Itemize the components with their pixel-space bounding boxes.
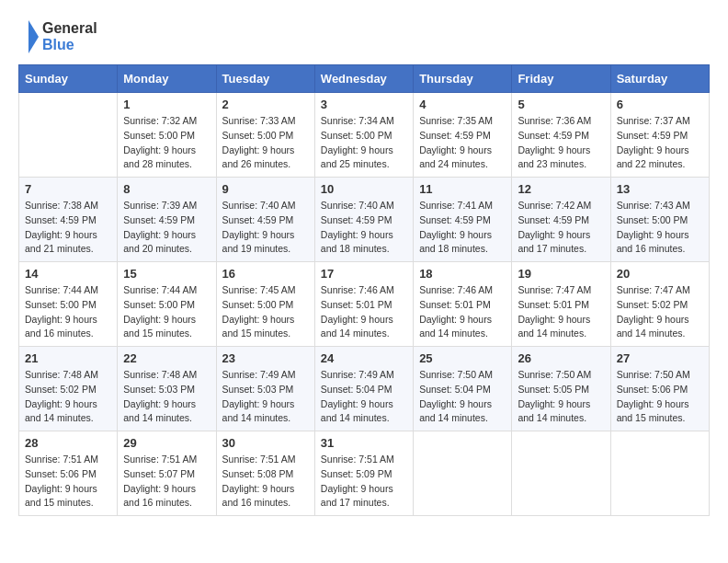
calendar-cell-3-2: 15Sunrise: 7:44 AMSunset: 5:00 PMDayligh…	[118, 262, 216, 347]
calendar-cell-1-2: 1Sunrise: 7:32 AMSunset: 5:00 PMDaylight…	[118, 93, 216, 178]
day-number: 13	[617, 182, 703, 196]
weekday-header-row: SundayMondayTuesdayWednesdayThursdayFrid…	[19, 65, 710, 93]
day-info: Sunrise: 7:39 AMSunset: 4:59 PMDaylight:…	[123, 199, 210, 257]
calendar-cell-1-4: 3Sunrise: 7:34 AMSunset: 5:00 PMDaylight…	[314, 93, 413, 178]
day-info: Sunrise: 7:50 AMSunset: 5:05 PMDaylight:…	[518, 368, 604, 426]
day-number: 18	[419, 267, 506, 281]
calendar-cell-4-3: 23Sunrise: 7:49 AMSunset: 5:03 PMDayligh…	[216, 347, 314, 431]
day-info: Sunrise: 7:51 AMSunset: 5:06 PMDaylight:…	[25, 453, 111, 511]
page-header: General Blue	[18, 18, 710, 55]
day-info: Sunrise: 7:50 AMSunset: 5:06 PMDaylight:…	[617, 368, 703, 426]
calendar-week-row-5: 28Sunrise: 7:51 AMSunset: 5:06 PMDayligh…	[19, 431, 710, 516]
calendar-cell-1-6: 5Sunrise: 7:36 AMSunset: 4:59 PMDaylight…	[512, 93, 610, 178]
day-info: Sunrise: 7:47 AMSunset: 5:02 PMDaylight:…	[617, 283, 703, 341]
calendar-cell-2-2: 8Sunrise: 7:39 AMSunset: 4:59 PMDaylight…	[118, 178, 216, 262]
day-number: 1	[123, 98, 210, 111]
day-number: 21	[25, 351, 111, 365]
day-info: Sunrise: 7:50 AMSunset: 5:04 PMDaylight:…	[419, 368, 506, 426]
day-number: 27	[617, 351, 703, 365]
day-info: Sunrise: 7:51 AMSunset: 5:07 PMDaylight:…	[123, 453, 210, 511]
calendar-cell-2-6: 12Sunrise: 7:42 AMSunset: 4:59 PMDayligh…	[512, 178, 610, 262]
calendar-cell-4-5: 25Sunrise: 7:50 AMSunset: 5:04 PMDayligh…	[414, 347, 512, 431]
calendar-cell-4-4: 24Sunrise: 7:49 AMSunset: 5:04 PMDayligh…	[314, 347, 413, 431]
day-number: 30	[222, 436, 309, 450]
calendar-cell-3-5: 18Sunrise: 7:46 AMSunset: 5:01 PMDayligh…	[414, 262, 512, 347]
day-info: Sunrise: 7:49 AMSunset: 5:04 PMDaylight:…	[321, 368, 407, 426]
calendar-cell-4-1: 21Sunrise: 7:48 AMSunset: 5:02 PMDayligh…	[19, 347, 118, 431]
logo: General Blue	[18, 18, 97, 55]
calendar-week-row-3: 14Sunrise: 7:44 AMSunset: 5:00 PMDayligh…	[19, 262, 710, 347]
day-number: 17	[321, 267, 407, 281]
day-info: Sunrise: 7:51 AMSunset: 5:08 PMDaylight:…	[222, 453, 309, 511]
day-number: 10	[321, 182, 407, 196]
day-info: Sunrise: 7:44 AMSunset: 5:00 PMDaylight:…	[25, 283, 111, 341]
calendar-cell-5-6	[512, 431, 610, 516]
day-info: Sunrise: 7:49 AMSunset: 5:03 PMDaylight:…	[222, 368, 309, 426]
calendar-cell-5-5	[414, 431, 512, 516]
day-number: 4	[419, 98, 506, 111]
weekday-header-tuesday: Tuesday	[216, 65, 314, 93]
calendar-cell-2-5: 11Sunrise: 7:41 AMSunset: 4:59 PMDayligh…	[414, 178, 512, 262]
day-number: 5	[518, 98, 604, 111]
weekday-header-saturday: Saturday	[610, 65, 709, 93]
calendar-cell-3-1: 14Sunrise: 7:44 AMSunset: 5:00 PMDayligh…	[19, 262, 118, 347]
calendar-cell-3-6: 19Sunrise: 7:47 AMSunset: 5:01 PMDayligh…	[512, 262, 610, 347]
day-number: 31	[321, 436, 407, 450]
day-info: Sunrise: 7:51 AMSunset: 5:09 PMDaylight:…	[321, 453, 407, 511]
day-number: 29	[123, 436, 210, 450]
calendar-cell-5-4: 31Sunrise: 7:51 AMSunset: 5:09 PMDayligh…	[314, 431, 413, 516]
day-number: 3	[321, 98, 407, 111]
calendar-cell-5-7	[610, 431, 709, 516]
calendar-cell-4-7: 27Sunrise: 7:50 AMSunset: 5:06 PMDayligh…	[610, 347, 709, 431]
day-number: 24	[321, 351, 407, 365]
day-info: Sunrise: 7:40 AMSunset: 4:59 PMDaylight:…	[222, 199, 309, 257]
calendar-cell-3-7: 20Sunrise: 7:47 AMSunset: 5:02 PMDayligh…	[610, 262, 709, 347]
weekday-header-wednesday: Wednesday	[314, 65, 413, 93]
calendar-cell-5-2: 29Sunrise: 7:51 AMSunset: 5:07 PMDayligh…	[118, 431, 216, 516]
day-info: Sunrise: 7:35 AMSunset: 4:59 PMDaylight:…	[419, 114, 506, 172]
day-info: Sunrise: 7:34 AMSunset: 5:00 PMDaylight:…	[321, 114, 407, 172]
calendar-week-row-2: 7Sunrise: 7:38 AMSunset: 4:59 PMDaylight…	[19, 178, 710, 262]
logo-general-text: General	[42, 20, 97, 37]
day-number: 26	[518, 351, 604, 365]
calendar-cell-1-5: 4Sunrise: 7:35 AMSunset: 4:59 PMDaylight…	[414, 93, 512, 178]
day-info: Sunrise: 7:47 AMSunset: 5:01 PMDaylight:…	[518, 283, 604, 341]
weekday-header-monday: Monday	[118, 65, 216, 93]
calendar-cell-1-1	[19, 93, 118, 178]
logo-icon	[18, 18, 39, 55]
day-number: 7	[25, 182, 111, 196]
day-info: Sunrise: 7:32 AMSunset: 5:00 PMDaylight:…	[123, 114, 210, 172]
weekday-header-friday: Friday	[512, 65, 610, 93]
day-number: 12	[518, 182, 604, 196]
weekday-header-thursday: Thursday	[414, 65, 512, 93]
calendar-cell-3-4: 17Sunrise: 7:46 AMSunset: 5:01 PMDayligh…	[314, 262, 413, 347]
day-number: 6	[617, 98, 703, 111]
calendar-week-row-1: 1Sunrise: 7:32 AMSunset: 5:00 PMDaylight…	[19, 93, 710, 178]
day-info: Sunrise: 7:37 AMSunset: 4:59 PMDaylight:…	[617, 114, 703, 172]
calendar-cell-2-1: 7Sunrise: 7:38 AMSunset: 4:59 PMDaylight…	[19, 178, 118, 262]
day-info: Sunrise: 7:45 AMSunset: 5:00 PMDaylight:…	[222, 283, 309, 341]
calendar-table: SundayMondayTuesdayWednesdayThursdayFrid…	[18, 64, 710, 516]
day-info: Sunrise: 7:38 AMSunset: 4:59 PMDaylight:…	[25, 199, 111, 257]
day-number: 23	[222, 351, 309, 365]
day-info: Sunrise: 7:48 AMSunset: 5:03 PMDaylight:…	[123, 368, 210, 426]
day-number: 25	[419, 351, 506, 365]
calendar-cell-1-7: 6Sunrise: 7:37 AMSunset: 4:59 PMDaylight…	[610, 93, 709, 178]
day-info: Sunrise: 7:40 AMSunset: 4:59 PMDaylight:…	[321, 199, 407, 257]
calendar-cell-3-3: 16Sunrise: 7:45 AMSunset: 5:00 PMDayligh…	[216, 262, 314, 347]
calendar-cell-5-3: 30Sunrise: 7:51 AMSunset: 5:08 PMDayligh…	[216, 431, 314, 516]
day-number: 22	[123, 351, 210, 365]
day-info: Sunrise: 7:46 AMSunset: 5:01 PMDaylight:…	[419, 283, 506, 341]
day-number: 28	[25, 436, 111, 450]
day-number: 9	[222, 182, 309, 196]
calendar-cell-2-4: 10Sunrise: 7:40 AMSunset: 4:59 PMDayligh…	[314, 178, 413, 262]
day-info: Sunrise: 7:48 AMSunset: 5:02 PMDaylight:…	[25, 368, 111, 426]
day-info: Sunrise: 7:43 AMSunset: 5:00 PMDaylight:…	[617, 199, 703, 257]
day-info: Sunrise: 7:44 AMSunset: 5:00 PMDaylight:…	[123, 283, 210, 341]
weekday-header-sunday: Sunday	[19, 65, 118, 93]
calendar-week-row-4: 21Sunrise: 7:48 AMSunset: 5:02 PMDayligh…	[19, 347, 710, 431]
day-info: Sunrise: 7:33 AMSunset: 5:00 PMDaylight:…	[222, 114, 309, 172]
logo-blue-text: Blue	[42, 37, 97, 53]
calendar-cell-5-1: 28Sunrise: 7:51 AMSunset: 5:06 PMDayligh…	[19, 431, 118, 516]
day-number: 19	[518, 267, 604, 281]
